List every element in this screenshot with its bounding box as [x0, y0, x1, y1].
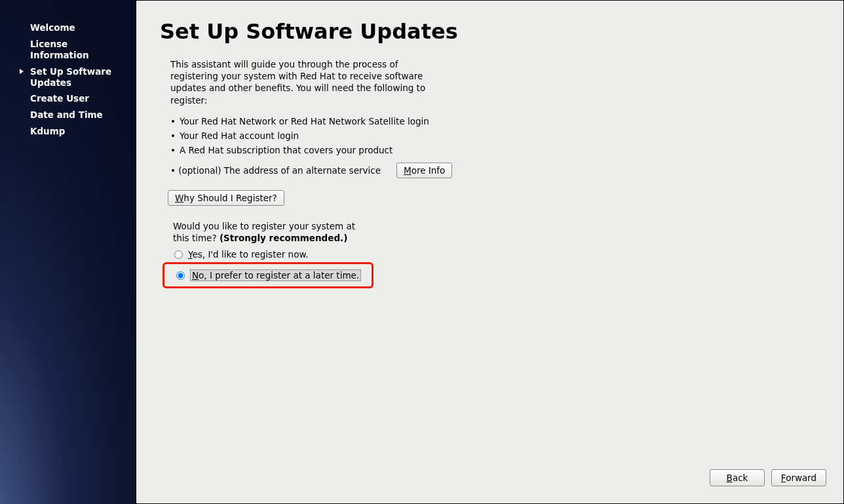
why-register-button[interactable]: Why Should I Register?	[168, 190, 284, 206]
sidebar-item-license-information[interactable]: License Information	[0, 36, 136, 64]
more-info-button[interactable]: More Info	[396, 163, 452, 178]
wizard-footer: Back Forward	[710, 469, 826, 486]
radio-yes[interactable]	[174, 250, 183, 259]
sidebar-item-welcome[interactable]: Welcome	[0, 20, 136, 36]
main-panel: Set Up Software Updates This assistant w…	[136, 0, 844, 504]
radio-no-row[interactable]: No, I prefer to register at a later time…	[175, 268, 368, 282]
sidebar-item-software-updates[interactable]: Set Up Software Updates	[0, 64, 136, 91]
highlight-annotation: No, I prefer to register at a later time…	[163, 262, 374, 288]
requirement-item: Your Red Hat Network or Red Hat Network …	[170, 114, 820, 128]
optional-requirement: (optional) The address of an alternate s…	[170, 165, 381, 176]
sidebar-item-create-user[interactable]: Create User	[0, 90, 136, 107]
sidebar-item-kdump[interactable]: Kdump	[0, 123, 136, 140]
register-prompt: Would you like to register your system a…	[173, 220, 370, 244]
radio-yes-label[interactable]: Yes, I'd like to register now.	[188, 249, 309, 260]
radio-no[interactable]	[176, 271, 185, 280]
back-button[interactable]: Back	[710, 469, 765, 486]
requirement-item: A Red Hat subscription that covers your …	[170, 143, 820, 157]
sidebar-item-date-and-time[interactable]: Date and Time	[0, 107, 136, 123]
radio-yes-row[interactable]: Yes, I'd like to register now.	[173, 248, 820, 261]
page-title: Set Up Software Updates	[160, 19, 820, 44]
requirements-list: Your Red Hat Network or Red Hat Network …	[170, 114, 820, 157]
radio-no-label[interactable]: No, I prefer to register at a later time…	[190, 269, 361, 281]
forward-button[interactable]: Forward	[771, 469, 826, 486]
wizard-sidebar: Welcome License Information Set Up Softw…	[0, 0, 136, 504]
requirement-item: Your Red Hat account login	[170, 128, 820, 143]
intro-text: This assistant will guide you through th…	[170, 58, 432, 106]
